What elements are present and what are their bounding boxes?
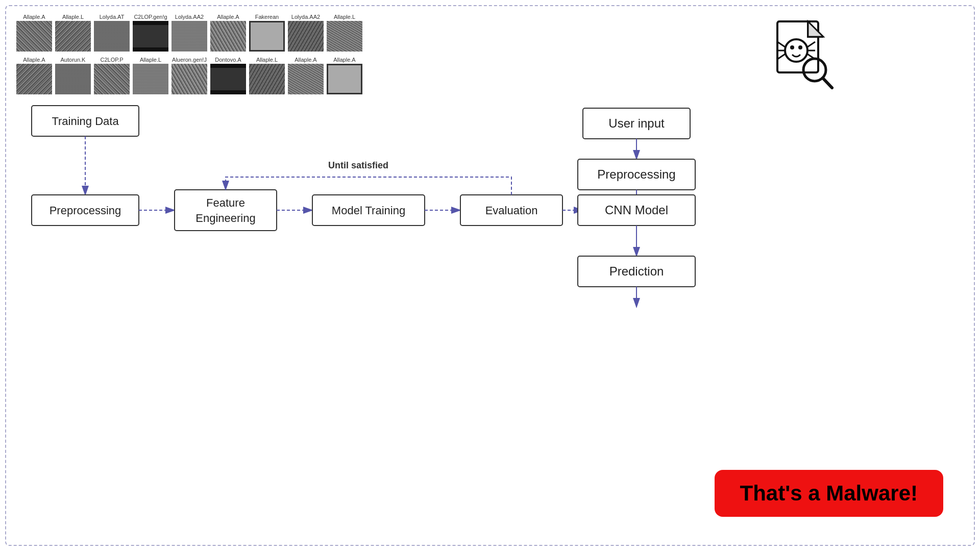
list-item: Allaple.A: [16, 57, 52, 94]
list-item: Fakerean: [249, 14, 285, 52]
training-images-area: Allaple.A Allaple.L Lolyda.AT C2LOP.gen!…: [16, 14, 362, 99]
img-label: Allaple.L: [62, 14, 84, 20]
list-item: Dontovo.A: [210, 57, 246, 94]
malware-image: [133, 64, 168, 94]
list-item: Allaple.A: [288, 57, 324, 94]
malware-result-label: That's a Malware!: [715, 470, 943, 517]
img-label: Allaple.A: [23, 57, 45, 63]
svg-line-12: [823, 78, 832, 88]
malware-image: [249, 64, 285, 94]
list-item: Allaple.L: [133, 57, 168, 94]
svg-rect-30: [583, 108, 690, 139]
malware-image: [288, 64, 324, 94]
img-label: Lolyda.AA2: [175, 14, 204, 20]
svg-text:Preprocessing: Preprocessing: [50, 204, 121, 217]
malware-image: [16, 64, 52, 94]
list-item: Allaple.A: [16, 14, 52, 52]
svg-point-3: [790, 45, 794, 49]
list-item: Lolyda.AT: [94, 14, 130, 52]
svg-rect-16: [32, 195, 139, 226]
list-item: Allaple.L: [249, 57, 285, 94]
list-item: C2LOP.P: [94, 57, 130, 94]
svg-text:Until satisfied: Until satisfied: [328, 160, 388, 170]
svg-text:Prediction: Prediction: [609, 264, 664, 278]
list-item: Allaple.A: [327, 57, 362, 94]
svg-rect-19: [175, 190, 277, 231]
malware-image: [288, 21, 324, 52]
img-label: Allaple.L: [334, 14, 355, 20]
malware-image: [249, 21, 285, 52]
svg-text:Model Training: Model Training: [332, 204, 405, 217]
img-label: Allaple.A: [333, 57, 355, 63]
img-label: Lolyda.AA2: [291, 14, 320, 20]
svg-rect-23: [312, 195, 425, 226]
svg-text:Training Data: Training Data: [52, 115, 119, 128]
list-item: C2LOP.gen!g: [133, 14, 168, 52]
img-label: Lolyda.AT: [100, 14, 125, 20]
svg-point-2: [785, 39, 807, 62]
img-label: Fakerean: [255, 14, 279, 20]
list-item: Allaple.A: [210, 14, 246, 52]
svg-text:Engineering: Engineering: [195, 212, 255, 224]
svg-text:Evaluation: Evaluation: [485, 204, 538, 217]
list-item: Lolyda.AA2: [172, 14, 207, 52]
img-label: C2LOP.gen!g: [134, 14, 167, 20]
malware-image: [133, 21, 168, 52]
svg-text:Preprocessing: Preprocessing: [597, 167, 675, 181]
svg-rect-39: [578, 256, 695, 287]
malware-search-icon: [770, 19, 836, 90]
img-label: Autorun.K: [61, 57, 86, 63]
malware-image: [327, 64, 362, 94]
malware-image: [210, 64, 246, 94]
malware-image: [172, 64, 207, 94]
main-container: Allaple.A Allaple.L Lolyda.AT C2LOP.gen!…: [5, 5, 975, 546]
malware-image: [172, 21, 207, 52]
img-label: Dontovo.A: [215, 57, 241, 63]
img-label: Allaple.L: [256, 57, 278, 63]
img-label: Allaple.A: [23, 14, 45, 20]
list-item: Allaple.L: [327, 14, 362, 52]
svg-rect-26: [460, 195, 562, 226]
svg-rect-33: [578, 159, 695, 190]
malware-image: [94, 64, 130, 94]
malware-image: [55, 21, 91, 52]
list-item: Lolyda.AA2: [288, 14, 324, 52]
malware-image: [94, 21, 130, 52]
svg-rect-36: [578, 195, 695, 226]
image-row-1: Allaple.A Allaple.L Lolyda.AT C2LOP.gen!…: [16, 14, 362, 52]
img-label: Allaple.L: [140, 57, 161, 63]
svg-rect-13: [32, 106, 139, 136]
malware-image: [210, 21, 246, 52]
list-item: Alueron.gen!J: [172, 57, 207, 94]
svg-text:CNN Model: CNN Model: [605, 203, 668, 217]
malware-image: [16, 21, 52, 52]
svg-text:Feature: Feature: [206, 196, 245, 209]
malware-image: [55, 64, 91, 94]
img-label: C2LOP.P: [100, 57, 123, 63]
malware-image: [327, 21, 362, 52]
list-item: Autorun.K: [55, 57, 91, 94]
list-item: Allaple.L: [55, 14, 91, 52]
img-label: Alueron.gen!J: [172, 57, 207, 63]
img-label: Allaple.A: [295, 57, 316, 63]
img-label: Allaple.A: [217, 14, 239, 20]
malware-icon-area: [770, 19, 836, 92]
svg-text:User input: User input: [608, 116, 665, 130]
svg-point-4: [798, 45, 802, 49]
image-row-2: Allaple.A Autorun.K C2LOP.P Allaple.L Al…: [16, 57, 362, 94]
